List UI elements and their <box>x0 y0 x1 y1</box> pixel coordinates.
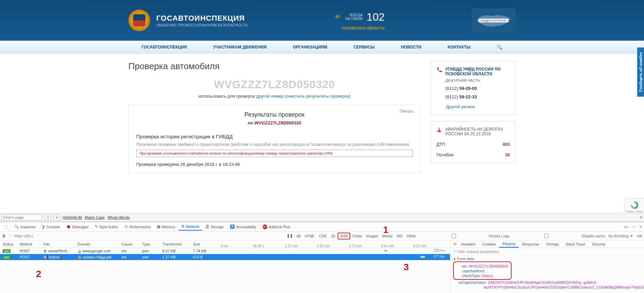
nav-item-3[interactable]: СЕРВИСЫ <box>354 45 375 50</box>
emblem-icon <box>128 9 150 31</box>
regions-map[interactable]: ГИБДД В РЕГИОНАХ <box>471 8 516 32</box>
header-phone-block: 👁 ВСЕГДА НА СВЯЗИ 102 ПСКОВСКАЯ ОБЛАСТЬ <box>335 11 384 30</box>
phone-1: (8112) 59-28-00 <box>445 86 501 91</box>
accidents-line2: РОССИИ ЗА 25.12.2018 <box>445 132 503 136</box>
result-title: Результаты проверок <box>136 111 413 118</box>
feedback-tab[interactable]: Сообщить об ошибке <box>637 47 644 97</box>
duty-label: ДЕЖУРНАЯ ЧАСТЬ: <box>445 78 501 82</box>
nav-bar: ГОСАВТОИНСПЕКЦИЯ УЧАСТНИКАМ ДВИЖЕНИЯ ОРГ… <box>0 41 644 54</box>
nav-item-2[interactable]: ОРГАНИЗАЦИЯМ <box>293 45 327 50</box>
emergency-phone: 102 <box>366 11 384 23</box>
vin-subtitle: использовать для проверок другой номер (… <box>128 94 421 99</box>
dead-row: Погибли 38 <box>436 152 510 157</box>
print-link[interactable]: Печать <box>399 109 414 114</box>
nav-item-5[interactable]: КОНТАКТЫ <box>448 45 470 50</box>
svg-rect-2 <box>438 130 440 131</box>
header-region[interactable]: ПСКОВСКАЯ ОБЛАСТЬ <box>335 26 384 30</box>
always-line1: ВСЕГДА <box>350 13 362 17</box>
vin-warning: При проверке учитываются совпадения толь… <box>136 150 413 157</box>
always-line2: НА СВЯЗИ <box>345 17 363 21</box>
check-description: Получение основных сведений о транспортн… <box>136 142 413 147</box>
vin-clear-link[interactable]: очистить результаты проверок <box>287 94 349 99</box>
check-timestamp: Проверка проведена 26 декабря 2018 г. в … <box>136 162 413 167</box>
other-region-link[interactable]: Другой регион <box>446 104 510 109</box>
site-title: ГОСАВТОИНСПЕКЦИЯ <box>156 14 248 23</box>
svg-rect-0 <box>437 131 441 132</box>
eye-icon[interactable]: 👁 <box>335 14 341 20</box>
check-title: Проверка истории регистрации в ГИБДД <box>136 134 413 139</box>
vin-other-link[interactable]: другой номер <box>256 94 284 99</box>
accidents-line1: АВАРИЙНОСТЬ НА ДОРОГАХ <box>445 127 503 132</box>
dtp-label: ДТП <box>436 142 445 147</box>
dtp-value: 403 <box>502 142 510 147</box>
search-icon[interactable]: 🔍 <box>497 44 502 50</box>
phone-2: (8112) 59-22-33 <box>445 94 501 99</box>
map-label: ГИБДД В РЕГИОНАХ <box>479 19 508 22</box>
logo-block[interactable]: ГОСАВТОИНСПЕКЦИЯ УВАЖЕНИЕ ПРОФЕССИОНАЛИЗ… <box>128 9 248 31</box>
nav-item-1[interactable]: УЧАСТНИКАМ ДВИЖЕНИЯ <box>213 45 266 50</box>
result-box: Печать Результаты проверок по WVGZZZ7LZ8… <box>128 105 421 173</box>
dtp-row: ДТП 403 <box>436 142 510 147</box>
vin-display: WVGZZZ7LZ8D050320 <box>128 78 421 91</box>
dept-line2: ПСКОВСКОЙ ОБЛАСТИ <box>445 72 501 76</box>
svg-rect-1 <box>439 129 440 130</box>
page-title: Проверка автомобиля <box>128 61 421 72</box>
contact-box: УГИБДД УМВД РОССИИ ПО ПСКОВСКОЙ ОБЛАСТИ … <box>431 61 516 115</box>
result-vin: по WVGZZZ7LZ8D050320 <box>136 120 413 125</box>
accidents-box: АВАРИЙНОСТЬ НА ДОРОГАХ РОССИИ ЗА 25.12.2… <box>431 121 516 163</box>
site-subtitle: УВАЖЕНИЕ ПРОФЕССИОНАЛИЗМ БЕЗОПАСНОСТЬ <box>156 23 248 27</box>
phone-icon <box>436 67 443 73</box>
site-header: ГОСАВТОИНСПЕКЦИЯ УВАЖЕНИЕ ПРОФЕССИОНАЛИЗ… <box>0 0 644 41</box>
cone-icon <box>436 127 442 134</box>
nav-item-0[interactable]: ГОСАВТОИНСПЕКЦИЯ <box>142 45 187 50</box>
dept-line1: УГИБДД УМВД РОССИИ ПО <box>445 67 501 72</box>
dead-label: Погибли <box>436 152 453 157</box>
nav-item-4[interactable]: НОВОСТИ <box>401 45 421 50</box>
dead-value: 38 <box>505 152 510 157</box>
